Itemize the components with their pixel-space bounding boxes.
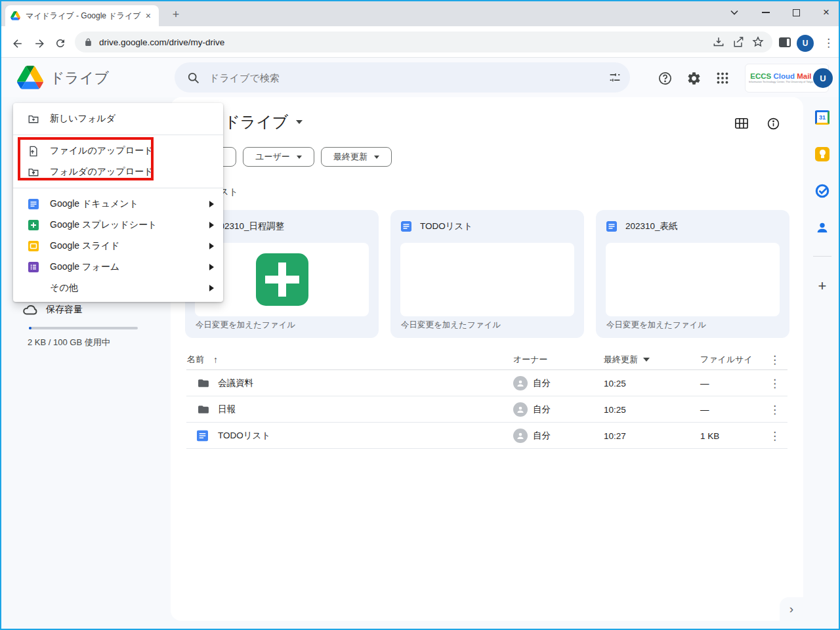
new-tab-button[interactable]: + <box>168 7 184 22</box>
file-name: 日報 <box>218 404 236 415</box>
submenu-arrow-icon <box>209 222 214 228</box>
eccs-tagline: Information Technology Center, The Unive… <box>749 81 813 83</box>
browser-tab[interactable]: マイドライブ - Google ドライブ × <box>5 5 159 26</box>
size-cell: — <box>700 378 709 388</box>
app-name: ドライブ <box>50 68 109 88</box>
row-options-icon[interactable]: ⋮ <box>769 376 780 390</box>
search-options-icon[interactable] <box>608 70 622 85</box>
cloud-icon <box>22 302 38 318</box>
browser-menu-icon[interactable]: ⋮ <box>823 36 834 50</box>
google-docs-icon <box>28 198 39 210</box>
column-name[interactable]: 名前↑ <box>187 354 218 366</box>
account-card[interactable]: ECCS Cloud Mail Information Technology C… <box>745 64 829 93</box>
file-card-caption: 今日変更を加えたファイル <box>606 320 706 331</box>
file-thumbnail <box>400 243 574 316</box>
browser-window: マイドライブ - Google ドライブ × + × drive.google.… <box>0 0 840 630</box>
filter-chip-people[interactable]: ユーザー <box>243 147 314 167</box>
owner-cell: 自分 <box>513 376 551 390</box>
menu-item-google-forms[interactable]: Google フォーム <box>13 257 223 278</box>
owner-cell: 自分 <box>513 429 551 443</box>
drive-profile-avatar[interactable]: U <box>813 68 833 88</box>
apps-grid-icon[interactable] <box>714 70 731 87</box>
google-slides-icon <box>28 240 39 252</box>
sort-ascending-icon: ↑ <box>213 354 218 365</box>
menu-item-google-slides[interactable]: Google スライド <box>13 236 223 257</box>
row-options-icon[interactable]: ⋮ <box>769 402 780 416</box>
bookmark-star-icon[interactable] <box>751 35 765 49</box>
contacts-icon[interactable] <box>814 220 830 236</box>
address-bar[interactable]: drive.google.com/drive/my-drive <box>75 32 772 52</box>
settings-gear-icon[interactable] <box>685 70 702 87</box>
table-options-icon[interactable]: ⋮ <box>769 352 780 366</box>
menu-item-label: Google スプレッドシート <box>50 219 209 231</box>
get-addons-icon[interactable]: + <box>814 278 830 294</box>
side-panel-corner: › <box>780 597 803 621</box>
menu-item-label: Google フォーム <box>50 261 209 273</box>
side-panel-icon[interactable] <box>779 37 791 47</box>
sheets-logo-icon <box>256 253 308 306</box>
size-cell: — <box>700 404 709 414</box>
main-content: マイドライブ ユーザー 最終更新 候補リスト 202310_日程調整 今日変更を… <box>171 97 803 621</box>
tab-close-icon[interactable]: × <box>143 10 154 21</box>
file-card[interactable]: 202310_表紙 今日変更を加えたファイル <box>596 210 789 338</box>
submenu-arrow-icon <box>209 201 214 207</box>
table-row[interactable]: TODOリスト 自分 10:27 1 KB ⋮ <box>186 423 788 449</box>
minimize-button[interactable] <box>755 3 777 22</box>
back-button[interactable] <box>8 34 26 52</box>
google-sheets-icon <box>28 219 39 231</box>
drive-logo-icon <box>17 66 43 89</box>
chip-caret-icon <box>297 156 302 159</box>
owner-avatar <box>513 429 528 443</box>
tasks-icon[interactable] <box>814 183 830 199</box>
size-cell: 1 KB <box>700 430 719 440</box>
tab-search-icon[interactable] <box>723 3 746 22</box>
menu-item-google-docs[interactable]: Google ドキュメント <box>13 194 223 215</box>
docs-file-icon <box>606 221 617 232</box>
share-icon[interactable] <box>732 35 745 49</box>
row-options-icon[interactable]: ⋮ <box>769 429 780 442</box>
new-menu: 新しいフォルダ ファイルのアップロード フォルダのアップロード Google ド… <box>13 103 223 302</box>
forward-button[interactable] <box>30 34 49 52</box>
file-card-caption: 今日変更を加えたファイル <box>401 320 501 331</box>
search-input[interactable] <box>209 72 608 83</box>
menu-item-new-folder[interactable]: 新しいフォルダ <box>13 108 223 129</box>
column-size[interactable]: ファイルサイ <box>700 354 753 366</box>
expand-panel-chevron-icon[interactable]: › <box>789 602 793 616</box>
modified-cell: 10:25 <box>604 378 626 388</box>
help-icon[interactable] <box>656 70 673 87</box>
calendar-icon[interactable]: 31 <box>814 110 830 125</box>
browser-profile-avatar[interactable]: U <box>797 35 814 52</box>
menu-item-google-sheets[interactable]: Google スプレッドシート <box>13 215 223 236</box>
table-row[interactable]: 日報 自分 10:25 — ⋮ <box>186 396 788 423</box>
new-folder-icon <box>28 113 39 125</box>
menu-divider <box>13 135 223 135</box>
file-card[interactable]: TODOリスト 今日変更を加えたファイル <box>390 210 584 338</box>
storage-label[interactable]: 保存容量 <box>46 304 83 316</box>
chip-caret-icon <box>374 156 379 159</box>
window-close-button[interactable]: × <box>815 3 837 22</box>
storage-progress-bar <box>29 327 138 329</box>
file-name: TODOリスト <box>218 430 270 442</box>
lock-icon <box>84 38 93 47</box>
submenu-arrow-icon <box>209 285 214 291</box>
eccs-logo: ECCS Cloud Mail Information Technology C… <box>749 72 813 83</box>
maximize-button[interactable] <box>785 3 807 22</box>
folder-icon <box>197 377 210 390</box>
install-icon[interactable] <box>712 35 725 49</box>
submenu-arrow-icon <box>209 243 214 249</box>
column-owner[interactable]: オーナー <box>513 354 548 366</box>
drive-search-bar[interactable] <box>175 62 630 93</box>
keep-icon[interactable] <box>814 146 830 162</box>
file-thumbnail <box>606 243 780 316</box>
url-text: drive.google.com/drive/my-drive <box>99 37 712 47</box>
sort-descending-icon <box>643 358 650 362</box>
reload-button[interactable] <box>51 34 70 52</box>
column-modified[interactable]: 最終更新 <box>604 354 650 366</box>
layout-toggle-icon[interactable] <box>732 114 751 133</box>
owner-avatar <box>513 402 528 417</box>
info-icon[interactable] <box>764 114 782 133</box>
menu-item-label: Google ドキュメント <box>50 198 209 210</box>
menu-item-more[interactable]: その他 <box>13 278 223 299</box>
filter-chip-modified[interactable]: 最終更新 <box>321 147 392 167</box>
table-row[interactable]: 会議資料 自分 10:25 — ⋮ <box>186 370 788 396</box>
